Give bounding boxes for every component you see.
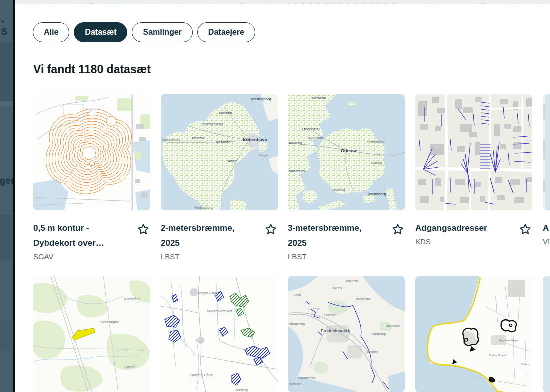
favorite-star-button[interactable] <box>518 223 532 237</box>
dataset-card[interactable]: Asserbo Melby Hald Vinderød Torup Evetof… <box>288 276 405 392</box>
dataset-thumbnail-map: Vegger Gårde Skivum Nørrekrat Lynnerup G… <box>161 276 278 392</box>
map-label: Englave Huse <box>499 339 518 342</box>
map-label: Skivum Nørrekrat <box>207 309 232 313</box>
dataset-title: 2-metersbræmme, 2025 <box>161 221 247 251</box>
dataset-title: A <box>543 221 550 236</box>
dataset-card[interactable]: A VI <box>543 94 550 246</box>
favorite-star-button[interactable] <box>391 223 405 237</box>
dataset-thumbnail-map: Englave Huse Dalby Strand Dalby <box>415 276 532 392</box>
star-icon <box>137 223 150 236</box>
dataset-title: Adgangsadresser <box>415 221 501 236</box>
dataset-thumbnail-map: Helsingborg Hillerød Frederikssund Holbæ… <box>161 94 278 210</box>
map-label: Frederiksværk <box>321 328 350 333</box>
map-label: Hald <box>294 293 301 297</box>
backdrop-band <box>0 42 13 101</box>
star-icon <box>264 223 277 236</box>
map-label: Brederød <box>386 324 400 328</box>
dataset-thumbnail-map <box>33 94 150 210</box>
dataset-card[interactable] <box>543 276 550 392</box>
map-label: Kregme <box>366 350 378 354</box>
map-label: Vordingborg <box>194 206 213 210</box>
map-label: Rebstrup <box>235 388 248 392</box>
backdrop-text-fragment: - S <box>1 16 13 37</box>
dataset-title: 3-metersbræmme, 2025 <box>288 221 374 251</box>
map-label: Lysbro <box>124 365 135 369</box>
map-label: Haderslev <box>289 169 306 173</box>
header-banner-strip <box>15 0 550 4</box>
map-label: Evetofte <box>324 313 337 317</box>
map-label: Kærsgård <box>124 297 140 301</box>
map-label: Lynnerup Gårde <box>190 373 213 377</box>
map-label: Hillerød <box>219 111 232 115</box>
map-label: Kerteminde <box>367 140 385 144</box>
map-label: Melby <box>333 286 342 290</box>
map-label: Torup <box>311 307 320 311</box>
dataset-thumbnail-map: Asserbo Melby Hald Vinderød Torup Evetof… <box>288 276 405 392</box>
map-label: Fredericia <box>302 127 319 131</box>
map-label: Odense <box>341 148 357 153</box>
map-label: Asserbo <box>346 279 359 283</box>
map-label: Tømmerup <box>288 322 305 326</box>
map-label: Hvinningdal <box>100 320 119 324</box>
backdrop-band <box>0 320 13 350</box>
dataset-thumbnail-map <box>543 276 550 392</box>
map-label: Holbæk <box>192 136 205 140</box>
dataset-card[interactable]: Vegger Gårde Skivum Nørrekrat Lynnerup G… <box>161 276 278 392</box>
dataset-owner: VI <box>543 237 550 246</box>
map-label: Svendborg <box>368 192 386 196</box>
backdrop-band <box>0 215 13 261</box>
search-results-page: - S get Alle Datasæt Samlinge <box>0 0 550 392</box>
map-label: Barakkerne <box>298 376 316 380</box>
map-label: København <box>243 137 267 142</box>
filter-chip-dataejere[interactable]: Dataejere <box>197 22 255 42</box>
dataset-thumbnail-map <box>415 94 532 210</box>
map-label: Roskilde <box>216 140 230 144</box>
dataset-card[interactable]: Helsingborg Hillerød Frederikssund Holbæ… <box>161 94 278 261</box>
map-label: Dalby <box>521 363 529 366</box>
dataset-owner: LBST <box>288 252 374 261</box>
results-count-heading: Vi fandt 1180 datasæt <box>33 63 151 76</box>
dataset-owner: KDS <box>415 237 501 246</box>
star-icon <box>391 223 404 236</box>
dataset-card[interactable]: Kærsgård Hvinningdal Lysbro <box>33 276 150 392</box>
result-type-filter: Alle Datasæt Samlinger Dataejere <box>33 22 255 42</box>
map-label: Dragør <box>259 154 268 157</box>
dataset-owner: SGAV <box>33 252 119 261</box>
map-label: Dalby Strand <box>489 354 507 357</box>
map-label: Sonnerup <box>371 332 386 336</box>
map-label: Kolding <box>289 141 302 145</box>
map-label: Middelfart <box>308 136 323 140</box>
filter-chip-alle[interactable]: Alle <box>33 22 69 42</box>
dataset-thumbnail-map <box>543 94 550 210</box>
map-label: Nyborg <box>371 161 382 165</box>
dataset-thumbnail-map: Horsens Fredericia Middelfart Kolding Od… <box>288 94 405 210</box>
map-label: Horsens <box>312 96 326 100</box>
map-label: Vegger Gårde <box>198 291 218 295</box>
backdrop-band <box>0 101 13 106</box>
dataset-card[interactable]: Englave Huse Dalby Strand Dalby <box>415 276 532 392</box>
star-icon <box>519 223 532 236</box>
map-label: Faaborg <box>332 188 345 192</box>
dataset-card[interactable]: Horsens Fredericia Middelfart Kolding Od… <box>288 94 405 261</box>
filter-chip-samlinger[interactable]: Samlinger <box>132 22 192 42</box>
dataset-owner: LBST <box>161 252 247 261</box>
backdrop-text-fragment: get <box>0 176 14 186</box>
dataset-card[interactable]: 0,5 m kontur - Dybdekort over… SGAV <box>33 94 150 261</box>
map-label: Køge <box>228 159 237 163</box>
map-label: Kalundborg <box>162 138 180 142</box>
filter-chip-datasaet[interactable]: Datasæt <box>74 22 127 42</box>
background-overlay: - S get <box>0 0 13 392</box>
favorite-star-button[interactable] <box>136 223 150 237</box>
dataset-card[interactable]: Adgangsadresser KDS <box>415 94 532 246</box>
map-label: Vinderød <box>356 297 370 301</box>
map-label: Kulhuse <box>289 382 301 386</box>
map-label: Frederikssund <box>201 122 223 126</box>
dataset-title: 0,5 m kontur - Dybdekort over… <box>33 221 119 251</box>
favorite-star-button[interactable] <box>264 223 278 237</box>
banner-pattern <box>15 2 550 4</box>
map-label: Helsingborg <box>251 97 271 101</box>
dataset-thumbnail-map: Kærsgård Hvinningdal Lysbro <box>33 276 150 392</box>
